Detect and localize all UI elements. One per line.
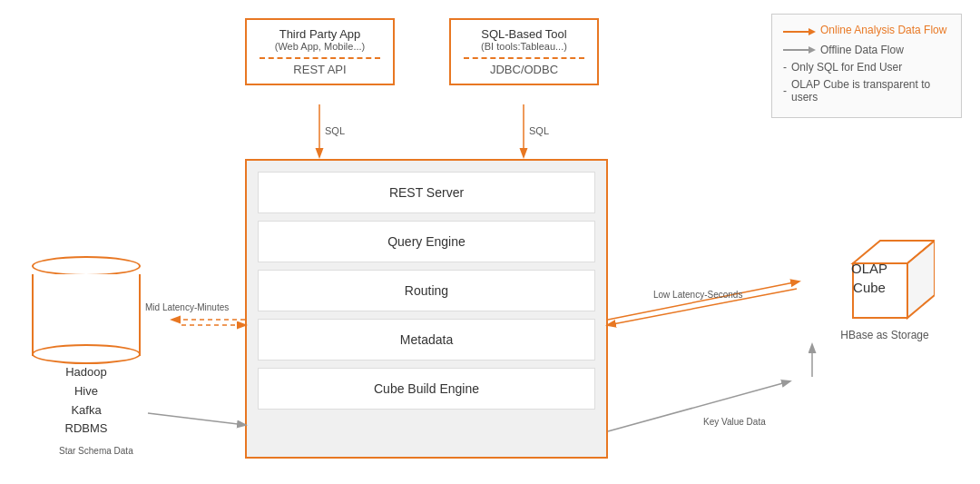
legend-sql-label: Only SQL for End User — [791, 61, 902, 74]
legend-offline: Offline Data Flow — [783, 44, 950, 56]
svg-text:Key Value Data: Key Value Data — [703, 417, 766, 427]
query-engine-row: Query Engine — [258, 221, 595, 262]
third-party-box: Third Party App (Web App, Mobile...) RES… — [245, 18, 395, 85]
svg-line-15 — [608, 289, 797, 325]
legend-olap-label: OLAP Cube is transparent to users — [791, 78, 950, 104]
legend-box: Online Analysis Data Flow Offline Data F… — [771, 14, 962, 118]
cylinder-bottom — [32, 344, 141, 364]
svg-text:SQL: SQL — [529, 125, 549, 136]
olap-cube-label: OLAPCube — [851, 259, 887, 297]
sql-tool-box: SQL-Based Tool (BI tools:Tableau...) JDB… — [449, 18, 599, 85]
legend-online: Online Analysis Data Flow — [783, 24, 950, 39]
sql-tool-line1: SQL-Based Tool — [464, 27, 584, 41]
hbase-label: HBase as Storage — [835, 329, 935, 341]
legend-online-label: Online Analysis Data Flow — [820, 24, 946, 36]
svg-line-19 — [608, 381, 789, 431]
routing-row: Routing — [258, 270, 595, 311]
svg-text:Low Latency-Seconds: Low Latency-Seconds — [653, 290, 742, 300]
sql-tool-line2: (BI tools:Tableau...) — [464, 41, 584, 52]
main-engine-box: REST Server Query Engine Routing Metadat… — [245, 159, 608, 459]
diagram-container: Online Analysis Data Flow Offline Data F… — [0, 0, 980, 484]
svg-marker-1 — [808, 28, 816, 35]
rest-server-row: REST Server — [258, 172, 595, 213]
hadoop-labels: Hadoop Hive Kafka RDBMS — [27, 363, 145, 439]
svg-line-17 — [148, 413, 245, 425]
olap-box: OLAPCube HBase as Storage — [835, 227, 935, 341]
svg-text:SQL: SQL — [325, 125, 345, 136]
legend-offline-label: Offline Data Flow — [820, 44, 904, 56]
sql-tool-api: JDBC/ODBC — [464, 57, 584, 76]
legend-sql: - Only SQL for End User — [783, 61, 950, 74]
cube-build-row: Cube Build Engine — [258, 368, 595, 410]
third-party-line2: (Web App, Mobile...) — [260, 41, 380, 52]
third-party-line1: Third Party App — [260, 27, 380, 41]
cylinder-body — [32, 274, 141, 356]
hadoop-box: Hadoop Hive Kafka RDBMS — [27, 254, 145, 439]
cylinder-top — [32, 256, 141, 276]
metadata-row: Metadata — [258, 319, 595, 361]
svg-text:Star Schema Data: Star Schema Data — [59, 446, 133, 456]
svg-text:Mid Latency-Minutes: Mid Latency-Minutes — [145, 302, 229, 312]
hadoop-cylinder — [32, 254, 141, 356]
svg-marker-3 — [808, 46, 816, 54]
legend-olap: - OLAP Cube is transparent to users — [783, 78, 950, 104]
third-party-api: REST API — [260, 57, 380, 76]
svg-line-14 — [608, 282, 799, 320]
